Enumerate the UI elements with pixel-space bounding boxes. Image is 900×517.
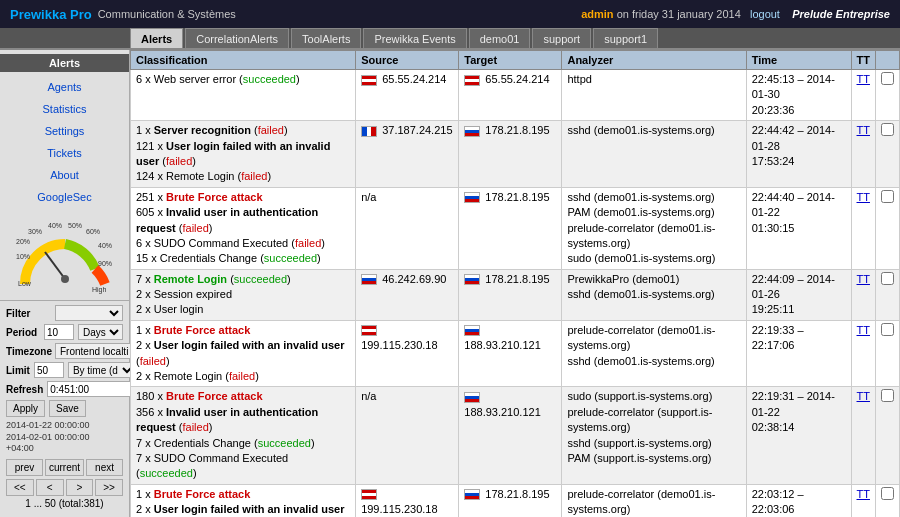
check-cell[interactable] [876, 484, 900, 517]
source-cell: n/a [356, 387, 459, 484]
source-cell: 65.55.24.214 [356, 70, 459, 121]
apply-button[interactable]: Apply [6, 400, 45, 417]
svg-text:50%: 50% [68, 222, 82, 229]
flag-fr [361, 126, 377, 137]
svg-line-0 [45, 252, 65, 279]
tt-cell[interactable]: TT [851, 320, 876, 387]
svg-text:20%: 20% [16, 238, 30, 245]
period-unit-select[interactable]: Days [78, 324, 123, 340]
current-button[interactable]: current [45, 459, 84, 476]
next-button[interactable]: next [86, 459, 123, 476]
table-row: 180 x Brute Force attack356 x Invalid us… [131, 387, 900, 484]
analyzer-cell: sshd (demo01.is-systems.org) [562, 121, 746, 188]
timezone-label: Timezone [6, 346, 51, 357]
save-button[interactable]: Save [49, 400, 86, 417]
nav-row-1: prev current next [6, 459, 123, 476]
tt-cell[interactable]: TT [851, 121, 876, 188]
flag-ru [464, 392, 480, 403]
filter-select[interactable] [55, 305, 123, 321]
check-cell[interactable] [876, 70, 900, 121]
tab-bar: Alerts CorrelationAlerts ToolAlerts Prew… [0, 28, 900, 50]
analyzer-cell: PrewikkaPro (demo01)sshd (demo01.is-syst… [562, 269, 746, 320]
col-tt[interactable]: TT [851, 51, 876, 70]
flag-ru [464, 489, 480, 500]
tab-tool[interactable]: ToolAlerts [291, 28, 361, 48]
target-cell: 188.93.210.121 [459, 387, 562, 484]
check-cell[interactable] [876, 187, 900, 269]
flag-ru [464, 126, 480, 137]
date-info: 2014-01-22 00:00:00 2014-02-01 00:00:00 … [6, 420, 123, 455]
flag-us [464, 75, 480, 86]
tt-cell[interactable]: TT [851, 70, 876, 121]
tt-cell[interactable]: TT [851, 484, 876, 517]
col-target[interactable]: Target [459, 51, 562, 70]
page-info: 1 ... 50 (total:381) [6, 498, 123, 509]
col-check [876, 51, 900, 70]
nav-l-button[interactable]: < [36, 479, 64, 496]
sidebar-item-about[interactable]: About [0, 164, 129, 186]
target-cell: 178.21.8.195 [459, 121, 562, 188]
nav-rr-button[interactable]: >> [95, 479, 123, 496]
tab-support1[interactable]: support1 [593, 28, 658, 48]
period-label: Period [6, 327, 40, 338]
col-time[interactable]: Time [746, 51, 851, 70]
order-select[interactable]: By time (d [68, 362, 136, 378]
flag-ru [464, 325, 480, 336]
classification-cell: 180 x Brute Force attack356 x Invalid us… [131, 387, 356, 484]
prev-button[interactable]: prev [6, 459, 43, 476]
col-source[interactable]: Source [356, 51, 459, 70]
analyzer-cell: httpd [562, 70, 746, 121]
tt-cell[interactable]: TT [851, 269, 876, 320]
tab-support[interactable]: support [532, 28, 591, 48]
table-row: 1 x Brute Force attack2 x User login fai… [131, 484, 900, 517]
limit-input[interactable] [34, 362, 64, 378]
tab-correlation[interactable]: CorrelationAlerts [185, 28, 289, 48]
main-layout: Alerts Agents Statistics Settings Ticket… [0, 50, 900, 517]
analyzer-cell: prelude-correlator (demo01.is-systems.or… [562, 320, 746, 387]
table-row: 1 x Brute Force attack2 x User login fai… [131, 320, 900, 387]
svg-text:40%: 40% [98, 242, 112, 249]
enterprise-label: Prelude Entreprise [792, 8, 890, 20]
tab-demo01[interactable]: demo01 [469, 28, 531, 48]
period-input[interactable] [44, 324, 74, 340]
header-subtitle: Communication & Systèmes [98, 8, 236, 20]
svg-text:40%: 40% [48, 222, 62, 229]
limit-row: Limit By time (d [6, 362, 123, 378]
source-cell: n/a [356, 187, 459, 269]
nav-ll-button[interactable]: << [6, 479, 34, 496]
tab-alerts[interactable]: Alerts [130, 28, 183, 48]
sidebar-item-agents[interactable]: Agents [0, 76, 129, 98]
limit-label: Limit [6, 365, 30, 376]
gauge-svg: Low High 10% 20% 30% 40% 50% 60% 40% 90% [10, 214, 120, 294]
sidebar-item-googlesec[interactable]: GoogleSec [0, 186, 129, 208]
logout-link[interactable]: logout [750, 8, 780, 20]
target-cell: 178.21.8.195 [459, 484, 562, 517]
flag-ru [464, 192, 480, 203]
refresh-label: Refresh [6, 384, 43, 395]
analyzer-cell: prelude-correlator (demo01.is-systems.or… [562, 484, 746, 517]
classification-cell: 7 x Remote Login (succeeded)2 x Session … [131, 269, 356, 320]
check-cell[interactable] [876, 387, 900, 484]
target-cell: 188.93.210.121 [459, 320, 562, 387]
classification-cell: 1 x Brute Force attack2 x User login fai… [131, 484, 356, 517]
filter-row: Filter [6, 305, 123, 321]
tt-cell[interactable]: TT [851, 387, 876, 484]
svg-text:30%: 30% [28, 228, 42, 235]
sidebar-item-statistics[interactable]: Statistics [0, 98, 129, 120]
check-cell[interactable] [876, 269, 900, 320]
nav-r-button[interactable]: > [66, 479, 94, 496]
tab-prewikka-events[interactable]: Prewikka Events [363, 28, 466, 48]
flag-us [361, 325, 377, 336]
tt-cell[interactable]: TT [851, 187, 876, 269]
admin-name: admin [581, 8, 613, 20]
table-scroll[interactable]: Classification Source Target Analyzer Ti… [130, 50, 900, 517]
source-cell: 37.187.24.215 [356, 121, 459, 188]
sidebar-item-tickets[interactable]: Tickets [0, 142, 129, 164]
check-cell[interactable] [876, 320, 900, 387]
sidebar-item-settings[interactable]: Settings [0, 120, 129, 142]
check-cell[interactable] [876, 121, 900, 188]
time-cell: 22:44:09 – 2014-01-2619:25:11 [746, 269, 851, 320]
analyzer-cell: sudo (support.is-systems.org)prelude-cor… [562, 387, 746, 484]
col-analyzer[interactable]: Analyzer [562, 51, 746, 70]
col-classification[interactable]: Classification [131, 51, 356, 70]
